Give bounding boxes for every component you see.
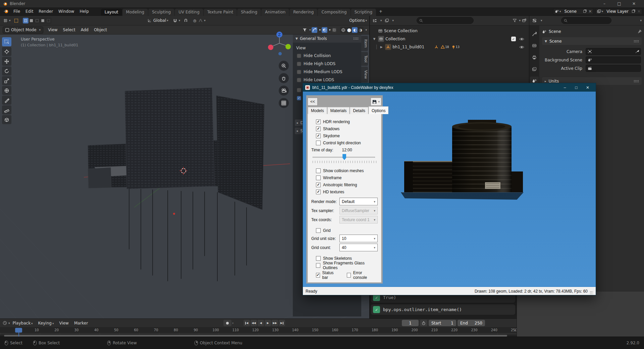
select-mode-set[interactable] (23, 18, 29, 23)
properties-search-input[interactable] (561, 17, 611, 24)
shading-wireframe-icon[interactable] (340, 27, 346, 33)
checkbox[interactable] (297, 70, 301, 74)
checkbox[interactable] (297, 62, 301, 66)
check-show-collision-meshes[interactable]: Show collision meshes (311, 167, 378, 174)
cw-close-button[interactable]: ✕ (582, 83, 593, 92)
menu-view[interactable]: View (56, 321, 71, 326)
panel-grip[interactable] (353, 37, 359, 40)
dropdown-grid-count[interactable]: 40▾ (339, 244, 378, 251)
codewalker-titlebar[interactable]: bh1_11_build01.ydr - CodeWalker by dexyf… (303, 83, 596, 92)
building-meshes[interactable] (88, 88, 264, 281)
timeline-editor-type-icon[interactable] (2, 320, 8, 326)
render-properties-tab[interactable] (530, 41, 539, 50)
menu-file[interactable]: File (11, 9, 23, 14)
falloff-curve-icon[interactable] (198, 18, 203, 23)
shading-material-icon[interactable]: ◐ (352, 27, 358, 33)
tool-properties-tab[interactable] (530, 30, 539, 38)
cw-maximize-button[interactable]: □ (571, 83, 582, 92)
outliner-row-scene-collection[interactable]: Scene Collection (370, 27, 529, 35)
workspace-tab-uv-editing[interactable]: UV Editing (175, 9, 203, 16)
grid-toggle-icon[interactable] (279, 98, 289, 108)
scene-selector[interactable]: ▾ Scene ✕ (553, 8, 594, 15)
check-skydome[interactable]: Skydome (311, 132, 378, 139)
stopwatch-icon[interactable] (420, 320, 427, 326)
workspace-tab-texture-paint[interactable]: Texture Paint (204, 9, 237, 16)
view-layer-selector[interactable]: ▾ View Layer ✕ (595, 8, 642, 15)
expand-arrow-icon[interactable]: ▼ (372, 37, 377, 41)
output-properties-tab[interactable] (530, 53, 539, 62)
sidebar-tab-view[interactable]: View (361, 67, 368, 82)
check-hd-textures[interactable]: HD textures (311, 188, 378, 195)
checkbox[interactable] (297, 88, 301, 92)
object-type-visibility-icon[interactable] (302, 27, 308, 33)
outliner-row-object[interactable]: │ ▶ bh1_11_build01 18 13 (370, 43, 529, 51)
general-tools-header[interactable]: ▼ General Tools (293, 35, 361, 43)
transform-orientation[interactable]: Global▾ ▾ ◎ ▾ (148, 18, 206, 23)
checkbox[interactable]: ✓ (297, 96, 301, 100)
show-gizmo-icon[interactable] (312, 27, 317, 33)
select-mode-extend[interactable] (29, 18, 34, 23)
check-control-light-direction[interactable]: Control light direction (311, 139, 378, 146)
checkbox[interactable] (316, 256, 321, 261)
dropdown-render-mode[interactable]: Default▾ (339, 198, 378, 205)
tab-details[interactable]: Details (350, 107, 368, 114)
play-button[interactable]: ▶ (265, 320, 271, 326)
annotate-tool[interactable] (2, 96, 11, 105)
check-shadows[interactable]: Shadows (311, 125, 378, 132)
navigation-gizmo[interactable]: Z (266, 30, 293, 57)
camera-view-icon[interactable] (279, 86, 289, 96)
window-close-button[interactable]: ✕ (627, 0, 641, 7)
tab-materials[interactable]: Materials (327, 107, 350, 114)
add-workspace-button[interactable]: + (376, 8, 385, 14)
outliner-display-mode-icon[interactable] (372, 18, 378, 23)
jump-to-end-button[interactable]: ▶ (279, 320, 285, 326)
slider-thumb[interactable] (342, 154, 346, 160)
menu-help[interactable]: Help (77, 9, 91, 14)
rotate-tool[interactable] (2, 66, 11, 76)
play-reverse-button[interactable]: ◀ (258, 320, 264, 326)
filter-funnel-icon[interactable] (512, 18, 518, 23)
checkbox[interactable] (297, 78, 301, 82)
check-wireframe[interactable]: Wireframe (311, 174, 378, 181)
workspace-tab-animation[interactable]: Animation (261, 9, 289, 16)
panel-grip[interactable] (634, 40, 639, 43)
active-tool-icon[interactable] (13, 18, 19, 23)
workspace-tab-modeling[interactable]: Modeling (122, 9, 148, 16)
blender-app-menu-icon[interactable] (3, 9, 9, 14)
workspace-tab-shading[interactable]: Shading (237, 9, 261, 16)
shading-solid-icon[interactable]: ⬤ (346, 27, 352, 33)
menu-render[interactable]: Render (36, 9, 56, 14)
menu-view[interactable]: View (45, 28, 60, 32)
scene-panel-header[interactable]: ▼ Scene (542, 37, 642, 45)
copy-view-layer-icon[interactable] (631, 9, 636, 14)
checkbox[interactable] (316, 134, 321, 138)
check-hide-high-lods[interactable]: Hide High LODS (293, 60, 361, 68)
log-row[interactable]: ✓ bpy.ops.outliner.item_rename() (371, 304, 515, 315)
zoom-icon[interactable] (279, 61, 289, 71)
tab-models[interactable]: Models (308, 107, 327, 114)
scene-name[interactable]: Scene (562, 9, 582, 14)
remove-scene-icon[interactable]: ✕ (587, 9, 593, 14)
sidebar-tab-item[interactable]: Item (361, 36, 368, 51)
check-anisotropic-filtering[interactable]: Anisotropic filtering (311, 181, 378, 188)
check-show-fragments-glass-outlines[interactable]: Show Fragments Glass Outlines (311, 262, 378, 269)
eyedropper-icon[interactable] (635, 50, 639, 54)
check-status-bar[interactable]: Status bar (311, 271, 342, 279)
cursor-tool[interactable] (2, 47, 11, 56)
shading-rendered-icon[interactable]: ◑ (358, 27, 363, 33)
visibility-eye-icon[interactable] (519, 37, 524, 41)
menu-select[interactable]: Select (60, 28, 78, 32)
checkbox[interactable] (316, 183, 321, 187)
collection-checkbox[interactable]: ✓ (511, 37, 516, 41)
scene-icon[interactable]: ▾ (553, 9, 562, 13)
menu-marker[interactable]: Marker (71, 321, 91, 326)
pan-hand-icon[interactable] (279, 73, 289, 83)
xray-toggle-icon[interactable] (331, 27, 337, 33)
tab-options[interactable]: Options (369, 106, 388, 114)
checkbox[interactable] (316, 127, 321, 131)
scale-tool[interactable] (2, 76, 11, 85)
view-layer-name[interactable]: View Layer (604, 9, 631, 14)
checkbox[interactable] (347, 273, 351, 278)
move-tool[interactable] (2, 57, 11, 66)
region-expand-arrow[interactable]: ‹ (514, 328, 516, 333)
